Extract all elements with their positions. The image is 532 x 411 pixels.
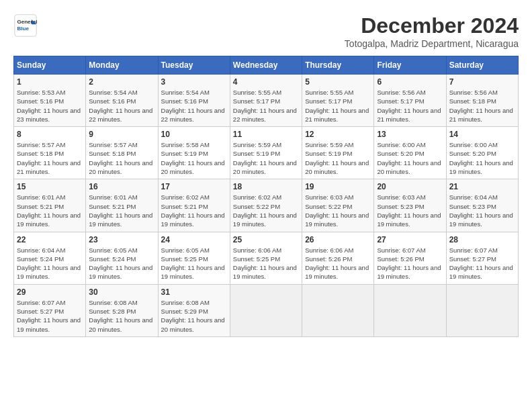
day-number: 21 bbox=[449, 182, 515, 191]
day-number: 25 bbox=[233, 235, 299, 244]
calendar-table: SundayMondayTuesdayWednesdayThursdayFrid… bbox=[13, 56, 519, 337]
calendar-week-row: 1Sunrise: 5:53 AMSunset: 5:16 PMDaylight… bbox=[14, 75, 519, 127]
weekday-header-tuesday: Tuesday bbox=[158, 56, 230, 75]
day-number: 19 bbox=[305, 182, 371, 191]
calendar-cell: 9Sunrise: 5:57 AMSunset: 5:18 PMDaylight… bbox=[86, 127, 158, 179]
calendar-cell: 13Sunrise: 6:00 AMSunset: 5:20 PMDayligh… bbox=[374, 127, 446, 179]
calendar-cell: 31Sunrise: 6:08 AMSunset: 5:29 PMDayligh… bbox=[158, 284, 230, 336]
svg-text:Blue: Blue bbox=[17, 26, 29, 32]
day-info: Sunrise: 6:08 AMSunset: 5:28 PMDaylight:… bbox=[89, 298, 154, 334]
day-number: 16 bbox=[89, 182, 154, 191]
day-info: Sunrise: 6:05 AMSunset: 5:24 PMDaylight:… bbox=[89, 246, 154, 281]
day-info: Sunrise: 5:59 AMSunset: 5:19 PMDaylight:… bbox=[233, 140, 299, 176]
day-info: Sunrise: 5:55 AMSunset: 5:17 PMDaylight:… bbox=[305, 88, 371, 124]
day-info: Sunrise: 6:04 AMSunset: 5:23 PMDaylight:… bbox=[449, 193, 515, 228]
calendar-cell: 4Sunrise: 5:55 AMSunset: 5:17 PMDaylight… bbox=[230, 75, 302, 127]
day-number: 11 bbox=[233, 130, 299, 139]
day-info: Sunrise: 6:01 AMSunset: 5:21 PMDaylight:… bbox=[89, 193, 154, 228]
calendar-week-row: 8Sunrise: 5:57 AMSunset: 5:18 PMDaylight… bbox=[14, 127, 519, 179]
calendar-cell: 26Sunrise: 6:06 AMSunset: 5:26 PMDayligh… bbox=[302, 232, 374, 284]
calendar-cell: 29Sunrise: 6:07 AMSunset: 5:27 PMDayligh… bbox=[14, 284, 86, 336]
calendar-cell: 25Sunrise: 6:06 AMSunset: 5:25 PMDayligh… bbox=[230, 232, 302, 284]
calendar-cell: 6Sunrise: 5:56 AMSunset: 5:17 PMDaylight… bbox=[374, 75, 446, 127]
calendar-cell: 23Sunrise: 6:05 AMSunset: 5:24 PMDayligh… bbox=[86, 232, 158, 284]
day-info: Sunrise: 6:02 AMSunset: 5:22 PMDaylight:… bbox=[233, 193, 299, 228]
weekday-header-sunday: Sunday bbox=[14, 56, 86, 75]
month-title: December 2024 bbox=[345, 13, 519, 38]
calendar-cell: 8Sunrise: 5:57 AMSunset: 5:18 PMDaylight… bbox=[14, 127, 86, 179]
calendar-cell: 16Sunrise: 6:01 AMSunset: 5:21 PMDayligh… bbox=[86, 179, 158, 232]
day-number: 3 bbox=[161, 77, 227, 87]
calendar-cell: 22Sunrise: 6:04 AMSunset: 5:24 PMDayligh… bbox=[14, 232, 86, 284]
day-number: 12 bbox=[305, 130, 371, 139]
day-info: Sunrise: 6:07 AMSunset: 5:26 PMDaylight:… bbox=[377, 246, 443, 281]
day-info: Sunrise: 5:53 AMSunset: 5:16 PMDaylight:… bbox=[17, 88, 83, 124]
calendar-week-row: 22Sunrise: 6:04 AMSunset: 5:24 PMDayligh… bbox=[14, 232, 519, 284]
day-number: 30 bbox=[89, 287, 154, 297]
calendar-cell bbox=[446, 284, 518, 336]
weekday-header-wednesday: Wednesday bbox=[230, 56, 302, 75]
calendar-cell: 2Sunrise: 5:54 AMSunset: 5:16 PMDaylight… bbox=[86, 75, 158, 127]
day-info: Sunrise: 6:05 AMSunset: 5:25 PMDaylight:… bbox=[161, 246, 227, 281]
day-number: 29 bbox=[17, 287, 83, 297]
day-number: 23 bbox=[89, 235, 154, 244]
calendar-cell: 17Sunrise: 6:02 AMSunset: 5:21 PMDayligh… bbox=[158, 179, 230, 232]
day-number: 18 bbox=[233, 182, 299, 191]
title-area: December 2024 Totogalpa, Madriz Departme… bbox=[345, 13, 519, 49]
calendar-cell: 12Sunrise: 5:59 AMSunset: 5:19 PMDayligh… bbox=[302, 127, 374, 179]
day-info: Sunrise: 5:57 AMSunset: 5:18 PMDaylight:… bbox=[17, 140, 83, 176]
day-info: Sunrise: 6:03 AMSunset: 5:23 PMDaylight:… bbox=[377, 193, 443, 228]
calendar-week-row: 15Sunrise: 6:01 AMSunset: 5:21 PMDayligh… bbox=[14, 179, 519, 232]
calendar-cell: 19Sunrise: 6:03 AMSunset: 5:22 PMDayligh… bbox=[302, 179, 374, 232]
day-number: 31 bbox=[161, 287, 227, 297]
calendar-cell: 18Sunrise: 6:02 AMSunset: 5:22 PMDayligh… bbox=[230, 179, 302, 232]
day-info: Sunrise: 6:07 AMSunset: 5:27 PMDaylight:… bbox=[17, 298, 83, 334]
day-number: 20 bbox=[377, 182, 443, 191]
day-number: 10 bbox=[161, 130, 227, 139]
day-number: 1 bbox=[17, 77, 83, 87]
day-info: Sunrise: 6:04 AMSunset: 5:24 PMDaylight:… bbox=[17, 246, 83, 281]
day-info: Sunrise: 6:06 AMSunset: 5:25 PMDaylight:… bbox=[233, 246, 299, 281]
calendar-cell: 1Sunrise: 5:53 AMSunset: 5:16 PMDaylight… bbox=[14, 75, 86, 127]
day-number: 22 bbox=[17, 235, 83, 244]
day-number: 4 bbox=[233, 77, 299, 87]
weekday-header-monday: Monday bbox=[86, 56, 158, 75]
calendar-cell: 5Sunrise: 5:55 AMSunset: 5:17 PMDaylight… bbox=[302, 75, 374, 127]
calendar-cell: 3Sunrise: 5:54 AMSunset: 5:16 PMDaylight… bbox=[158, 75, 230, 127]
calendar-cell: 14Sunrise: 6:00 AMSunset: 5:20 PMDayligh… bbox=[446, 127, 518, 179]
day-info: Sunrise: 6:07 AMSunset: 5:27 PMDaylight:… bbox=[449, 246, 515, 281]
day-number: 5 bbox=[305, 77, 371, 87]
day-number: 9 bbox=[89, 130, 154, 139]
page-header: General Blue December 2024 Totogalpa, Ma… bbox=[13, 13, 519, 49]
calendar-cell: 10Sunrise: 5:58 AMSunset: 5:19 PMDayligh… bbox=[158, 127, 230, 179]
day-info: Sunrise: 5:59 AMSunset: 5:19 PMDaylight:… bbox=[305, 140, 371, 176]
day-info: Sunrise: 6:00 AMSunset: 5:20 PMDaylight:… bbox=[377, 140, 443, 176]
day-info: Sunrise: 5:56 AMSunset: 5:17 PMDaylight:… bbox=[377, 88, 443, 124]
day-info: Sunrise: 6:01 AMSunset: 5:21 PMDaylight:… bbox=[17, 193, 83, 228]
day-info: Sunrise: 5:54 AMSunset: 5:16 PMDaylight:… bbox=[89, 88, 154, 124]
day-info: Sunrise: 6:03 AMSunset: 5:22 PMDaylight:… bbox=[305, 193, 371, 228]
weekday-header-thursday: Thursday bbox=[302, 56, 374, 75]
day-number: 6 bbox=[377, 77, 443, 87]
weekday-header-friday: Friday bbox=[374, 56, 446, 75]
day-number: 28 bbox=[449, 235, 515, 244]
calendar-cell bbox=[230, 284, 302, 336]
calendar-week-row: 29Sunrise: 6:07 AMSunset: 5:27 PMDayligh… bbox=[14, 284, 519, 336]
day-info: Sunrise: 5:55 AMSunset: 5:17 PMDaylight:… bbox=[233, 88, 299, 124]
day-info: Sunrise: 5:57 AMSunset: 5:18 PMDaylight:… bbox=[89, 140, 154, 176]
day-info: Sunrise: 5:54 AMSunset: 5:16 PMDaylight:… bbox=[161, 88, 227, 124]
calendar-cell: 15Sunrise: 6:01 AMSunset: 5:21 PMDayligh… bbox=[14, 179, 86, 232]
calendar-cell bbox=[302, 284, 374, 336]
day-info: Sunrise: 6:02 AMSunset: 5:21 PMDaylight:… bbox=[161, 193, 227, 228]
calendar-cell: 11Sunrise: 5:59 AMSunset: 5:19 PMDayligh… bbox=[230, 127, 302, 179]
calendar-cell: 21Sunrise: 6:04 AMSunset: 5:23 PMDayligh… bbox=[446, 179, 518, 232]
day-info: Sunrise: 6:06 AMSunset: 5:26 PMDaylight:… bbox=[305, 246, 371, 281]
day-info: Sunrise: 6:00 AMSunset: 5:20 PMDaylight:… bbox=[449, 140, 515, 176]
day-info: Sunrise: 5:58 AMSunset: 5:19 PMDaylight:… bbox=[161, 140, 227, 176]
day-info: Sunrise: 5:56 AMSunset: 5:18 PMDaylight:… bbox=[449, 88, 515, 124]
location-title: Totogalpa, Madriz Department, Nicaragua bbox=[345, 38, 519, 49]
calendar-cell: 7Sunrise: 5:56 AMSunset: 5:18 PMDaylight… bbox=[446, 75, 518, 127]
weekday-header-saturday: Saturday bbox=[446, 56, 518, 75]
calendar-cell: 30Sunrise: 6:08 AMSunset: 5:28 PMDayligh… bbox=[86, 284, 158, 336]
calendar-cell bbox=[374, 284, 446, 336]
